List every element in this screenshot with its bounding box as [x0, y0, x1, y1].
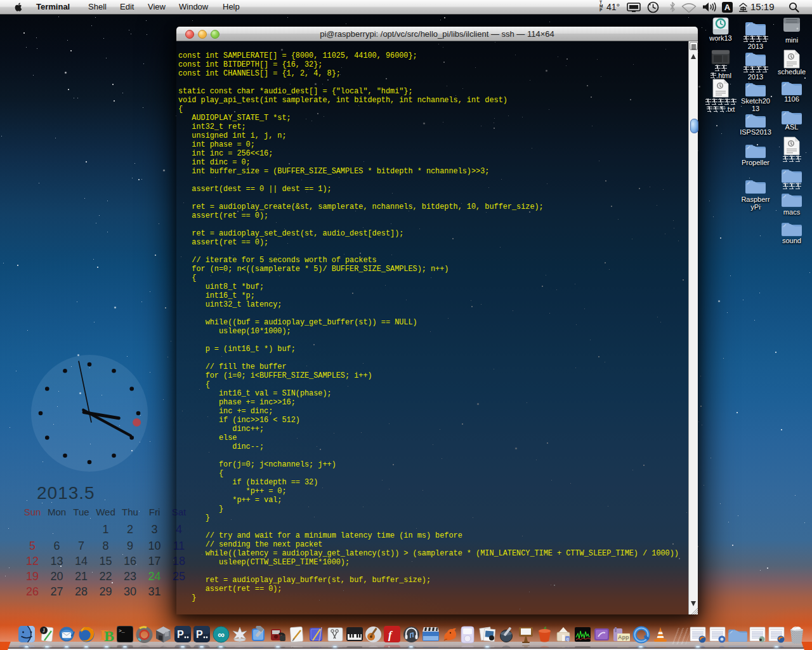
- svg-text:P: P: [196, 629, 203, 640]
- svg-text:q: q: [566, 647, 569, 648]
- svg-text:App: App: [618, 634, 629, 640]
- svg-text:∞: ∞: [218, 629, 225, 640]
- svg-text:B: B: [104, 628, 114, 643]
- svg-text:q: q: [566, 637, 569, 642]
- svg-text:J: J: [43, 627, 45, 633]
- svg-text:>_: >_: [119, 628, 125, 633]
- svg-text:P: P: [177, 629, 184, 640]
